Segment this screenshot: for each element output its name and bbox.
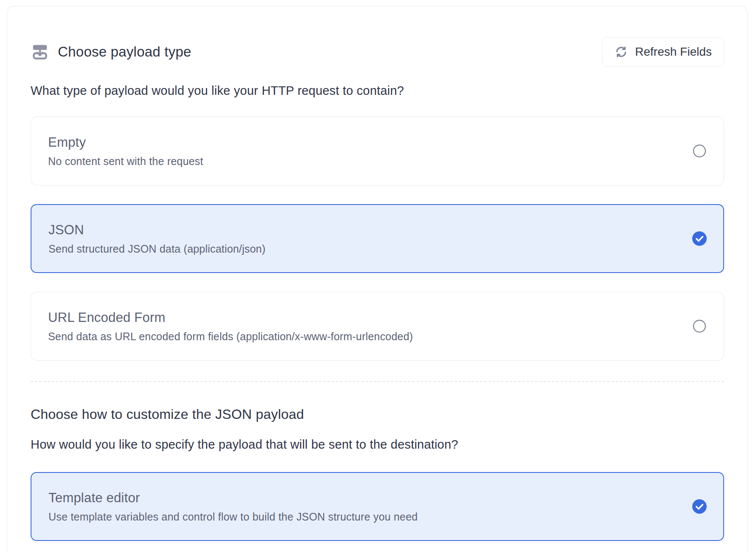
radio-unselected-icon[interactable] xyxy=(693,320,706,333)
option-description: No content sent with the request xyxy=(48,155,203,168)
option-text-block: Template editor Use template variables a… xyxy=(48,490,418,523)
payload-option-url-encoded-form[interactable]: URL Encoded Form Send data as URL encode… xyxy=(31,292,724,361)
customize-option-template-editor[interactable]: Template editor Use template variables a… xyxy=(31,472,724,541)
panel-header: Choose payload type Refresh Fields xyxy=(31,37,724,67)
option-description: Send structured JSON data (application/j… xyxy=(48,243,265,255)
customize-section-heading: Choose how to customize the JSON payload xyxy=(31,407,724,422)
option-title: JSON xyxy=(48,222,265,238)
refresh-icon xyxy=(614,45,628,59)
refresh-fields-label: Refresh Fields xyxy=(635,45,712,59)
section-divider xyxy=(31,381,724,382)
payload-option-json[interactable]: JSON Send structured JSON data (applicat… xyxy=(31,204,724,273)
payload-type-question: What type of payload would you like your… xyxy=(31,84,724,98)
option-text-block: Empty No content sent with the request xyxy=(48,135,203,168)
option-title: Template editor xyxy=(48,490,418,506)
page-title: Choose payload type xyxy=(58,44,191,60)
option-text-block: JSON Send structured JSON data (applicat… xyxy=(48,222,265,255)
option-text-block: URL Encoded Form Send data as URL encode… xyxy=(48,310,413,343)
radio-selected-check-icon[interactable] xyxy=(692,499,707,514)
option-title: URL Encoded Form xyxy=(48,310,413,325)
payload-settings-panel: Choose payload type Refresh Fields What … xyxy=(7,6,748,552)
customize-question: How would you like to specify the payloa… xyxy=(31,438,724,452)
option-description: Send data as URL encoded form fields (ap… xyxy=(48,330,413,343)
payload-box-icon xyxy=(31,43,49,60)
payload-option-empty[interactable]: Empty No content sent with the request xyxy=(31,117,724,185)
radio-unselected-icon[interactable] xyxy=(693,145,706,157)
radio-selected-check-icon[interactable] xyxy=(692,231,707,246)
option-title: Empty xyxy=(48,135,203,150)
refresh-fields-button[interactable]: Refresh Fields xyxy=(602,37,724,67)
option-description: Use template variables and control flow … xyxy=(48,511,418,523)
